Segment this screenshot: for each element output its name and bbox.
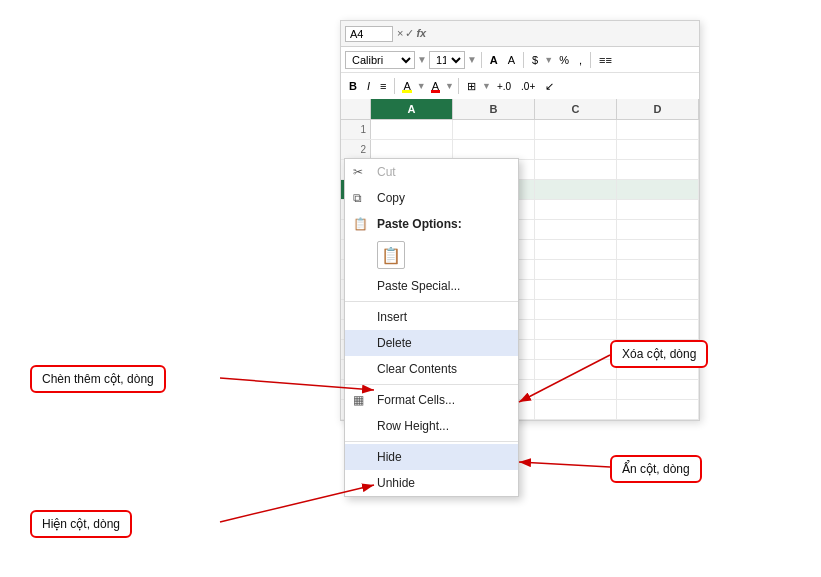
menu-sep3 <box>345 441 518 442</box>
fx-icon[interactable]: fx <box>416 27 426 40</box>
cell-d14[interactable] <box>617 380 699 399</box>
paste-special-label: Paste Special... <box>377 279 460 293</box>
percent-btn[interactable]: % <box>555 52 573 68</box>
paste-option-btn[interactable]: 📋 <box>377 241 405 269</box>
cell-c8[interactable] <box>535 260 617 279</box>
cell-c2[interactable] <box>535 140 617 159</box>
italic-btn[interactable]: I <box>363 78 374 94</box>
copy-label: Copy <box>377 191 405 205</box>
cell-c12[interactable] <box>535 340 617 359</box>
cell-c5[interactable] <box>535 200 617 219</box>
cell-d10[interactable] <box>617 300 699 319</box>
cell-c1[interactable] <box>535 120 617 139</box>
cell-d1[interactable] <box>617 120 699 139</box>
col-header-B[interactable]: B <box>453 99 535 119</box>
svg-line-3 <box>519 462 610 467</box>
cell-d5[interactable] <box>617 200 699 219</box>
col-header-C[interactable]: C <box>535 99 617 119</box>
format-table-btn[interactable]: ≡≡ <box>595 52 616 68</box>
hide-label: Hide <box>377 450 402 464</box>
cell-a1[interactable] <box>371 120 453 139</box>
annotation-xoa-cot-label: Xóa cột, dòng <box>622 347 696 361</box>
col-header-D[interactable]: D <box>617 99 699 119</box>
menu-sep2 <box>345 384 518 385</box>
cell-d8[interactable] <box>617 260 699 279</box>
underline-btn[interactable]: ≡ <box>376 78 390 94</box>
decrease-decimal-btn[interactable]: .0+ <box>517 79 539 94</box>
dollar-btn[interactable]: $ <box>528 52 542 68</box>
cell-d7[interactable] <box>617 240 699 259</box>
col-header-A[interactable]: A <box>371 99 453 119</box>
border-btn[interactable]: ⊞ <box>463 78 480 95</box>
format-cells-icon: ▦ <box>353 393 364 407</box>
cell-c3[interactable] <box>535 160 617 179</box>
confirm-icon[interactable]: ✓ <box>405 27 414 40</box>
toolbar-sep1 <box>481 52 482 68</box>
menu-item-paste-special[interactable]: Paste Special... <box>345 273 518 299</box>
cell-c9[interactable] <box>535 280 617 299</box>
annotation-xoa-cot: Xóa cột, dòng <box>610 340 708 368</box>
toolbar-sep4 <box>394 78 395 94</box>
cell-reference[interactable]: A4 <box>345 26 393 42</box>
formula-input[interactable] <box>430 28 695 40</box>
menu-item-paste-options-label: 📋 Paste Options: <box>345 211 518 237</box>
indent-btn[interactable]: ↙ <box>541 78 558 95</box>
paste-options-label: Paste Options: <box>377 217 462 231</box>
cell-b1[interactable] <box>453 120 535 139</box>
cell-c13[interactable] <box>535 360 617 379</box>
toolbar-sep2 <box>523 52 524 68</box>
menu-item-insert[interactable]: Insert <box>345 304 518 330</box>
font-select[interactable]: Calibri <box>345 51 415 69</box>
menu-item-unhide[interactable]: Unhide <box>345 470 518 496</box>
cell-c15[interactable] <box>535 400 617 419</box>
column-headers: A B C D <box>341 99 699 120</box>
comma-btn[interactable]: , <box>575 52 586 68</box>
cell-c11[interactable] <box>535 320 617 339</box>
cell-c14[interactable] <box>535 380 617 399</box>
bold-btn[interactable]: B <box>345 78 361 94</box>
paste-options-row: 📋 <box>345 237 518 273</box>
font-size-select[interactable]: 11 <box>429 51 465 69</box>
cell-d11[interactable] <box>617 320 699 339</box>
format-cells-label: Format Cells... <box>377 393 455 407</box>
menu-item-row-height[interactable]: Row Height... <box>345 413 518 439</box>
cell-c6[interactable] <box>535 220 617 239</box>
cell-c7[interactable] <box>535 240 617 259</box>
cancel-icon[interactable]: × <box>397 27 403 40</box>
cell-d3[interactable] <box>617 160 699 179</box>
row-num-1: 1 <box>341 120 371 139</box>
menu-item-hide[interactable]: Hide <box>345 444 518 470</box>
toolbar-sep3 <box>590 52 591 68</box>
cell-d2[interactable] <box>617 140 699 159</box>
highlight-arrow: ▼ <box>417 81 426 91</box>
cell-d15[interactable] <box>617 400 699 419</box>
cut-icon: ✂ <box>353 165 363 179</box>
context-menu: ✂ Cut ⧉ Copy 📋 Paste Options: 📋 Paste Sp… <box>344 158 519 497</box>
clear-contents-label: Clear Contents <box>377 362 457 376</box>
menu-item-copy[interactable]: ⧉ Copy <box>345 185 518 211</box>
insert-label: Insert <box>377 310 407 324</box>
table-row: 1 <box>341 120 699 140</box>
menu-item-delete[interactable]: Delete <box>345 330 518 356</box>
cell-d6[interactable] <box>617 220 699 239</box>
cell-c10[interactable] <box>535 300 617 319</box>
cell-b2[interactable] <box>453 140 535 159</box>
annotation-hien-cot-label: Hiện cột, dòng <box>42 517 120 531</box>
cell-d9[interactable] <box>617 280 699 299</box>
cut-label: Cut <box>377 165 396 179</box>
decrease-font-btn[interactable]: A <box>504 52 519 68</box>
annotation-chen-them-label: Chèn thêm cột, dòng <box>42 372 154 386</box>
menu-item-format-cells[interactable]: ▦ Format Cells... <box>345 387 518 413</box>
cell-a2[interactable] <box>371 140 453 159</box>
menu-item-clear-contents[interactable]: Clear Contents <box>345 356 518 382</box>
cell-c4[interactable] <box>535 180 617 199</box>
highlight-btn[interactable]: A <box>399 78 414 94</box>
font-color-btn[interactable]: A <box>428 78 443 94</box>
cell-d4[interactable] <box>617 180 699 199</box>
menu-item-cut[interactable]: ✂ Cut <box>345 159 518 185</box>
increase-font-btn[interactable]: A <box>486 52 502 68</box>
annotation-an-cot-label: Ẩn cột, dòng <box>622 462 690 476</box>
size-divider: ▼ <box>467 54 477 65</box>
unhide-label: Unhide <box>377 476 415 490</box>
increase-decimal-btn[interactable]: +.0 <box>493 79 515 94</box>
